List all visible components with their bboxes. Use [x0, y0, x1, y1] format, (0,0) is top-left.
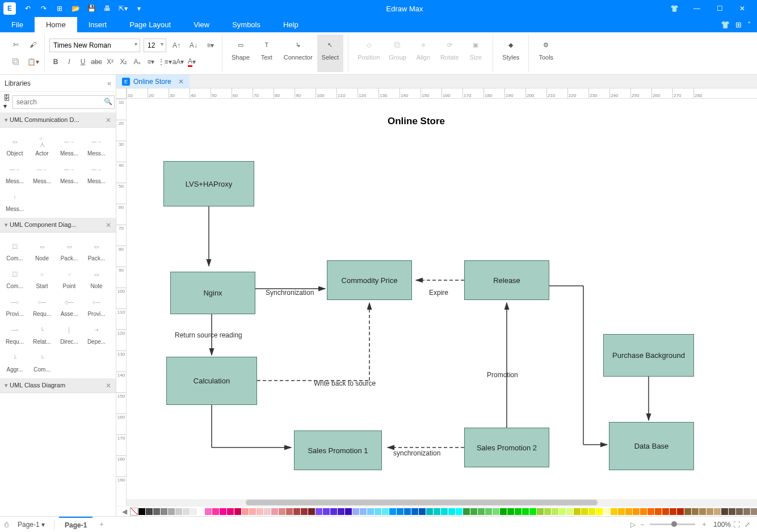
- menu-page-layout[interactable]: Page Layout: [118, 17, 182, 32]
- color-swatch[interactable]: [316, 508, 322, 515]
- library-shape[interactable]: —○Provi...: [1, 292, 28, 319]
- close-button[interactable]: ✕: [731, 0, 754, 17]
- color-swatch[interactable]: [293, 508, 300, 515]
- color-swatch[interactable]: [419, 508, 426, 515]
- open-button[interactable]: 📂: [68, 1, 83, 16]
- color-swatch[interactable]: [478, 508, 485, 515]
- document-tab[interactable]: E Online Store ✕: [116, 75, 190, 88]
- color-swatch[interactable]: [625, 508, 632, 515]
- page-selector[interactable]: Page-1 ▾: [13, 521, 49, 529]
- color-swatch[interactable]: [434, 508, 440, 515]
- color-swatch[interactable]: [264, 508, 271, 515]
- color-swatch[interactable]: [603, 508, 610, 515]
- color-swatch[interactable]: [279, 508, 285, 515]
- color-swatch[interactable]: [411, 508, 418, 515]
- save-button[interactable]: 💾: [84, 1, 99, 16]
- menu-insert[interactable]: Insert: [77, 17, 119, 32]
- close-tab-icon[interactable]: ✕: [175, 78, 184, 86]
- color-swatch[interactable]: [301, 508, 308, 515]
- color-swatch[interactable]: [271, 508, 278, 515]
- color-swatch[interactable]: [736, 508, 743, 515]
- color-swatch[interactable]: [220, 508, 226, 515]
- menu-help[interactable]: Help: [272, 17, 310, 32]
- color-swatch[interactable]: [456, 508, 462, 515]
- library-shape[interactable]: ○—Requ...: [28, 292, 56, 319]
- cut-icon[interactable]: ✄: [9, 38, 23, 52]
- paste-icon[interactable]: 📋▾: [26, 55, 40, 69]
- color-swatch[interactable]: [404, 508, 411, 515]
- library-shape[interactable]: ○人Actor: [28, 131, 56, 159]
- color-swatch[interactable]: [581, 508, 588, 515]
- color-swatch[interactable]: [684, 508, 691, 515]
- color-swatch[interactable]: [183, 508, 190, 515]
- color-swatch[interactable]: [242, 508, 249, 515]
- color-swatch[interactable]: [441, 508, 448, 515]
- horizontal-scrollbar[interactable]: [127, 499, 757, 506]
- color-swatch[interactable]: [338, 508, 344, 515]
- color-swatch[interactable]: [522, 508, 529, 515]
- subscript-icon[interactable]: X₂: [117, 56, 130, 68]
- color-swatch[interactable]: [655, 508, 662, 515]
- library-category-component[interactable]: ▾ UML Component Diag... ✕: [0, 218, 116, 233]
- color-swatch[interactable]: [515, 508, 522, 515]
- node-promo2[interactable]: Sales Promotion 2: [464, 428, 549, 467]
- color-swatch[interactable]: [448, 508, 455, 515]
- zoom-slider[interactable]: [650, 523, 695, 525]
- library-shape[interactable]: └Com...: [28, 347, 56, 375]
- color-swatch[interactable]: [146, 508, 153, 515]
- color-swatch[interactable]: [699, 508, 706, 515]
- color-swatch[interactable]: [493, 508, 499, 515]
- minimize-button[interactable]: —: [685, 0, 708, 17]
- library-shape[interactable]: └Relat...: [28, 319, 56, 347]
- color-swatch[interactable]: [485, 508, 492, 515]
- node-nginx[interactable]: Nginx: [170, 272, 255, 314]
- presentation-icon[interactable]: ▷: [628, 521, 638, 529]
- library-search-input[interactable]: [12, 95, 115, 109]
- color-swatch[interactable]: [692, 508, 699, 515]
- node-lvs[interactable]: LVS+HAProxy: [163, 161, 254, 206]
- color-swatch[interactable]: [588, 508, 595, 515]
- node-purchase[interactable]: Purchase Background: [603, 334, 694, 377]
- color-swatch[interactable]: [249, 508, 256, 515]
- library-shape[interactable]: ▫Point: [56, 264, 83, 292]
- color-swatch[interactable]: [227, 508, 234, 515]
- color-swatch[interactable]: [389, 508, 396, 515]
- library-shape[interactable]: —→Mess...: [83, 131, 110, 159]
- color-swatch[interactable]: [138, 508, 145, 515]
- zoom-out-button[interactable]: −: [638, 521, 646, 529]
- color-swatch[interactable]: [500, 508, 507, 515]
- library-shape[interactable]: │Direc...: [56, 319, 83, 347]
- color-swatch[interactable]: [544, 508, 551, 515]
- connector-tool[interactable]: ↳Connector: [279, 35, 317, 72]
- library-shape[interactable]: —→Mess...: [56, 131, 83, 159]
- color-swatch[interactable]: [470, 508, 477, 515]
- color-swatch[interactable]: [566, 508, 573, 515]
- maximize-button[interactable]: ☐: [708, 0, 731, 17]
- color-swatch[interactable]: [397, 508, 403, 515]
- font-color-icon[interactable]: A▾: [186, 56, 198, 68]
- color-swatch[interactable]: [161, 508, 167, 515]
- node-database[interactable]: Data Base: [609, 422, 694, 470]
- close-category-icon[interactable]: ✕: [106, 116, 111, 124]
- search-icon[interactable]: 🔍: [104, 98, 112, 105]
- color-swatch[interactable]: [751, 508, 757, 515]
- color-swatch[interactable]: [647, 508, 654, 515]
- color-swatch[interactable]: [286, 508, 293, 515]
- color-swatch[interactable]: [611, 508, 617, 515]
- color-swatch[interactable]: [559, 508, 566, 515]
- color-swatch[interactable]: [375, 508, 381, 515]
- color-swatch[interactable]: [190, 508, 197, 515]
- tools-button[interactable]: ⚙Tools: [533, 35, 558, 72]
- library-shape[interactable]: ○Start: [28, 264, 56, 292]
- menu-home[interactable]: Home: [35, 17, 77, 32]
- node-promo1[interactable]: Sales Promotion 1: [294, 430, 382, 470]
- font-size-combo[interactable]: [144, 39, 166, 52]
- library-menu-icon[interactable]: 🗄▾: [3, 94, 10, 110]
- zoom-in-button[interactable]: ＋: [699, 520, 710, 529]
- redo-button[interactable]: ↷: [36, 1, 51, 16]
- color-swatch[interactable]: [382, 508, 389, 515]
- menu-symbols[interactable]: Symbols: [221, 17, 272, 32]
- color-swatch[interactable]: [153, 508, 160, 515]
- library-shape[interactable]: └Aggr...: [1, 347, 28, 375]
- node-calculation[interactable]: Calculation: [166, 357, 257, 405]
